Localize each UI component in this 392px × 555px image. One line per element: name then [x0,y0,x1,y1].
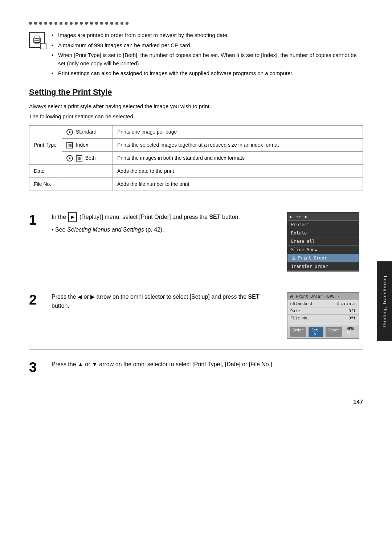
date-desc: Adds the date to the print [113,164,363,177]
bullet-1: Images are printed in order from oldest … [52,31,363,40]
replay-icon: ▶ [68,212,77,222]
pos-fileno-value: Off [348,316,356,321]
step-1-ref: Selecting Menus and Settings [67,227,144,233]
pos-date-value: Off [348,309,356,313]
section-desc-1: Always select a print style after having… [29,102,363,111]
sidebar-label: Printing, Transferring [382,276,387,327]
step-2-image: 🖨 Print Order (DPOF) □Standard 3 prints … [287,292,363,339]
bullet-4: Print settings can also be assigned to i… [52,69,363,78]
arrow-down-icon: ▼ [92,361,98,367]
dot [65,22,68,25]
dot [121,22,123,25]
index-icon: ▦ [66,142,73,148]
dots-row [29,22,363,25]
dot [34,22,37,25]
dot [90,22,93,25]
step-2-number: 2 [29,293,43,307]
arrow-up-icon: ▲ [78,361,83,367]
dot [75,22,78,25]
pos-footer: Order Set up Reset MENU ☰ [287,326,359,338]
both-icon-cell: ● ▦ Both [62,151,113,164]
arrow-left-icon: ◀ [78,294,82,300]
table-row: ● ▦ Both Prints the images in both the s… [29,151,363,164]
step-1-bullet: • See Selecting Menus and Settings (p. 4… [52,225,278,234]
print-settings-table: Print Type ● Standard Prints one image p… [29,125,363,191]
table-row: ▦ Index Prints the selected images toget… [29,138,363,151]
section-desc-2: The following print settings can be sele… [29,112,363,121]
step-3-text: Press the ▲ or ▼ arrow on the omni selec… [52,360,363,369]
index-icon-cell: ▦ Index [62,138,113,151]
index-desc: Prints the selected images together at a… [113,138,363,151]
print-type-label: Print Type [29,125,62,164]
menu-item-protect: Protect [287,221,359,229]
table-row: Date Adds the date to the print [29,164,363,177]
pos-fileno-label: File No. [290,316,310,321]
dot [44,22,47,25]
fileno-icon-cell [62,177,113,191]
menu-item-transfer: Transfer Order [287,262,359,271]
info-bullets-list: Images are printed in order from oldest … [52,31,363,79]
dot [85,22,88,25]
bullet-3: When [Print Type] is set to [Both], the … [52,51,363,68]
dot [115,22,118,25]
section-heading: Setting the Print Style [29,87,363,97]
pos-standard-value: 3 prints [336,301,356,306]
dot [100,22,103,25]
fileno-label: File No. [29,177,62,191]
step-3-number: 3 [29,360,43,374]
pos-menu-icon: MENU ☰ [347,327,356,337]
pos-btn-setup: Set up [309,327,323,337]
dot [39,22,42,25]
both-desc: Prints the images in both the standard a… [113,151,363,164]
pos-row-date: Date Off [287,307,359,315]
dot [110,22,113,25]
pos-date-label: Date [290,309,300,313]
pos-row-fileno: File No. Off [287,315,359,322]
table-row: File No. Adds the file number to the pri… [29,177,363,191]
dot [126,22,128,25]
page-number: 147 [29,399,363,405]
camera-menu-header: ▶ ↑↑ ▶ [287,213,359,221]
standard-desc: Prints one image per page [113,125,363,138]
menu-icon-right: ▶ [305,214,307,219]
pos-btn-reset: Reset [326,327,342,337]
right-sidebar: Printing, Transferring [377,261,392,341]
step-2-content: Press the ◀ or ▶ arrow on the omni selec… [52,292,278,314]
dot [70,22,73,25]
dot [49,22,52,25]
pos-standard-label: □Standard [290,301,312,306]
step-1-section: 1 In the ▶ (Replay)] menu, select [Print… [29,202,363,282]
fileno-desc: Adds the file number to the print [113,177,363,191]
step-2-text: Press the ◀ or ▶ arrow on the omni selec… [52,292,278,311]
arrow-right-icon: ▶ [90,294,95,300]
printer-icon [32,35,42,45]
pos-row-standard: □Standard 3 prints [287,300,359,307]
dot [60,22,62,25]
menu-item-slideshow: Slide Show [287,246,359,254]
both-square-icon: ▦ [76,155,82,162]
dot [29,22,32,25]
menu-item-printorder: 🖨 Print Order [287,254,359,262]
dot [105,22,108,25]
step-1-set-bold: SET [209,214,220,220]
dot [95,22,98,25]
step-2-set-bold: SET [248,294,260,300]
svg-rect-3 [39,39,40,40]
table-row: Print Type ● Standard Prints one image p… [29,125,363,138]
camera-menu-1: ▶ ↑↑ ▶ Protect Rotate Erase all Slide Sh… [287,212,359,272]
print-order-screen: 🖨 Print Order (DPOF) □Standard 3 prints … [287,292,359,339]
step-1-content: In the ▶ (Replay)] menu, select [Print O… [52,212,278,237]
menu-item-erase: Erase all [287,237,359,246]
pos-header: 🖨 Print Order (DPOF) [287,293,359,300]
step-3-content: Press the ▲ or ▼ arrow on the omni selec… [52,360,363,372]
step-2-section: 2 Press the ◀ or ▶ arrow on the omni sel… [29,282,363,349]
pos-btn-order: Order [290,327,306,337]
step-1-image: ▶ ↑↑ ▶ Protect Rotate Erase all Slide Sh… [287,212,363,272]
standard-icon-cell: ● Standard [62,125,113,138]
standard-icon: ● [66,129,73,135]
step-1-number: 1 [29,213,43,227]
dot [54,22,57,25]
step-1-text: In the ▶ (Replay)] menu, select [Print O… [52,212,278,222]
date-label: Date [29,164,62,177]
info-section: Images are printed in order from oldest … [29,31,363,79]
